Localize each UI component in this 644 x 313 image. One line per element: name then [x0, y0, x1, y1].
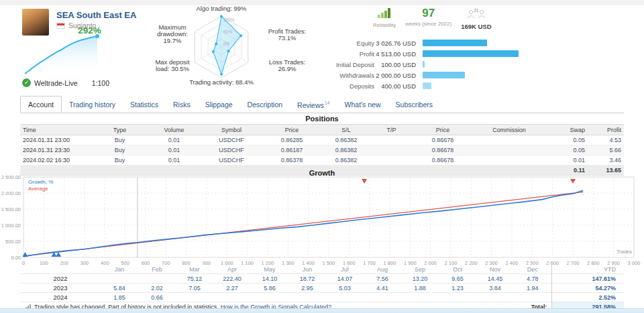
weeks-value: 97	[405, 7, 451, 20]
positions-cell: USDCHF	[201, 135, 262, 145]
svg-text:0%: 0%	[223, 42, 230, 46]
monthly-growth-table: JanFebMarAprMayJunJulAugSepOctNovDecYTD2…	[20, 265, 624, 311]
positions-cell: 0.86382	[322, 155, 370, 166]
subscribers-funds-label: 169K USD	[461, 23, 491, 30]
stat-row-equity: Equity3 026.76 USD	[334, 38, 535, 48]
positions-table: TimeTypeVolumeSymbolPriceS/LT/PPriceComm…	[20, 124, 624, 176]
reliability-bars-icon	[377, 7, 392, 19]
radar-label-maximum-drawdown: Maximumdrawdown:19.7%	[152, 24, 193, 44]
year-label: 2022	[20, 274, 101, 284]
stat-bar	[423, 82, 523, 89]
tab-statistics[interactable]: Statistics	[123, 97, 166, 112]
svg-text:0.00: 0.00	[11, 255, 21, 261]
svg-text:2 000.00: 2 000.00	[1, 190, 21, 196]
svg-text:Trades: Trades	[616, 249, 632, 255]
year-label: 2023	[20, 284, 101, 293]
stat-bar	[423, 72, 523, 78]
verified-check-icon: ✓	[22, 78, 31, 87]
month-value	[213, 293, 251, 302]
positions-cell: Buy	[93, 145, 147, 155]
account-stats-panel: Reliability 97 weeks (since 2022) 21 169…	[334, 7, 535, 91]
positions-col-time: Time	[20, 125, 93, 135]
month-value: 3.84	[476, 284, 514, 293]
positions-cell: 0.01	[147, 135, 201, 145]
stat-bar	[423, 40, 523, 46]
month-value	[288, 293, 326, 302]
positions-cell: 3.46	[588, 155, 624, 166]
stat-bar	[423, 50, 523, 57]
month-header-aug: Aug	[364, 265, 401, 274]
growth-year-row: 20241.850.662.52%	[20, 293, 624, 302]
radar-label-max-deposit-load: Max depositload: 30.5%	[152, 59, 193, 72]
stat-value: 400.00 USD	[374, 82, 416, 90]
stat-label: Initial Deposit	[334, 61, 374, 68]
indonesia-flag-icon	[56, 23, 65, 29]
svg-text:3 000: 3 000	[628, 260, 641, 266]
month-value: 4.41	[364, 284, 401, 293]
radar-label-loss-trades: Loss Trades:26.9%	[267, 59, 307, 72]
radar-label-profit-trades: Profit Trades:73.1%	[267, 28, 307, 42]
month-header-dec: Dec	[514, 265, 551, 274]
positions-cell: 4.53	[588, 135, 624, 145]
tab-reviews[interactable]: Reviews14	[290, 97, 337, 113]
svg-text:21: 21	[474, 8, 479, 13]
badges-row: Reliability 97 weeks (since 2022) 21 169…	[373, 7, 535, 34]
tab-risks[interactable]: Risks	[166, 97, 198, 112]
svg-text:2 500.00: 2 500.00	[1, 174, 21, 180]
tab-trading-history[interactable]: Trading history	[62, 97, 123, 112]
month-value	[101, 274, 138, 284]
page-top-strip	[0, 0, 644, 5]
month-value: 222.40	[213, 274, 251, 284]
sparkline-chart	[22, 31, 103, 78]
month-header-feb: Feb	[138, 265, 176, 274]
positions-section: Positions TimeTypeVolumeSymbolPriceS/LT/…	[0, 113, 644, 176]
month-value: 7.05	[176, 284, 213, 293]
positions-cell: Buy	[93, 135, 147, 145]
positions-col-s-l: S/L	[322, 125, 370, 135]
positions-cell: 0.86187	[262, 145, 322, 155]
positions-cell: 0.01	[147, 145, 201, 155]
positions-cell: 0.01	[147, 155, 201, 166]
subscribers-funds-badge: 21 169K USD	[461, 7, 491, 34]
month-value: 5.84	[101, 284, 138, 293]
tab-what-s-new[interactable]: What's new	[337, 97, 388, 112]
month-value	[138, 274, 176, 284]
month-value: 5.03	[326, 284, 364, 293]
svg-text:1 500.00: 1 500.00	[1, 206, 21, 212]
month-value: 1.94	[514, 284, 551, 293]
positions-cell: 5.66	[588, 145, 624, 155]
positions-cell	[473, 155, 545, 166]
reliability-label: Reliability	[373, 22, 396, 28]
tab-description[interactable]: Description	[240, 97, 290, 112]
positions-cell: 2024.01.31 23:30	[20, 145, 93, 155]
month-header-jan: Jan	[101, 265, 138, 274]
weeks-label: weeks (since 2022)	[405, 21, 451, 27]
month-value: 1.85	[101, 293, 138, 302]
positions-col-price: Price	[262, 125, 322, 135]
signal-page: SEA South East EA Sugianto 292% ✓ Weltra…	[0, 0, 644, 313]
growth-percent: 292%	[74, 25, 105, 36]
positions-cell: 0.86378	[262, 155, 322, 166]
tab-subscribers[interactable]: Subscribers	[388, 97, 440, 112]
month-value: 2.27	[213, 284, 251, 293]
month-value: 1.88	[401, 284, 439, 293]
signal-title-link[interactable]: SEA South East EA	[56, 10, 136, 20]
month-value	[439, 293, 476, 302]
stat-label: Equity	[334, 40, 374, 47]
month-value: 2.95	[288, 284, 326, 293]
month-header-sep: Sep	[401, 265, 439, 274]
broker-name[interactable]: Weltrade-Live	[34, 79, 78, 87]
positions-cell: Buy	[93, 155, 147, 166]
tab-slippage[interactable]: Slippage	[198, 97, 240, 112]
svg-text:Growth, %: Growth, %	[28, 179, 53, 185]
stat-bars: Equity3 026.76 USDProfit4 513.00 USDInit…	[334, 38, 535, 91]
stat-label: Deposits	[334, 82, 374, 90]
positions-col-type: Type	[93, 125, 147, 135]
month-value: 13.20	[401, 274, 439, 284]
stat-row-initial-deposit: Initial Deposit100.00 USD	[334, 59, 535, 70]
tab-account[interactable]: Account	[20, 96, 62, 113]
positions-cell: USDCHF	[201, 145, 262, 155]
positions-col-swap: Swap	[545, 125, 588, 135]
radar-label-algo-trading: Algo trading: 99%	[141, 5, 302, 12]
stat-row-deposits: Deposits400.00 USD	[334, 80, 535, 91]
